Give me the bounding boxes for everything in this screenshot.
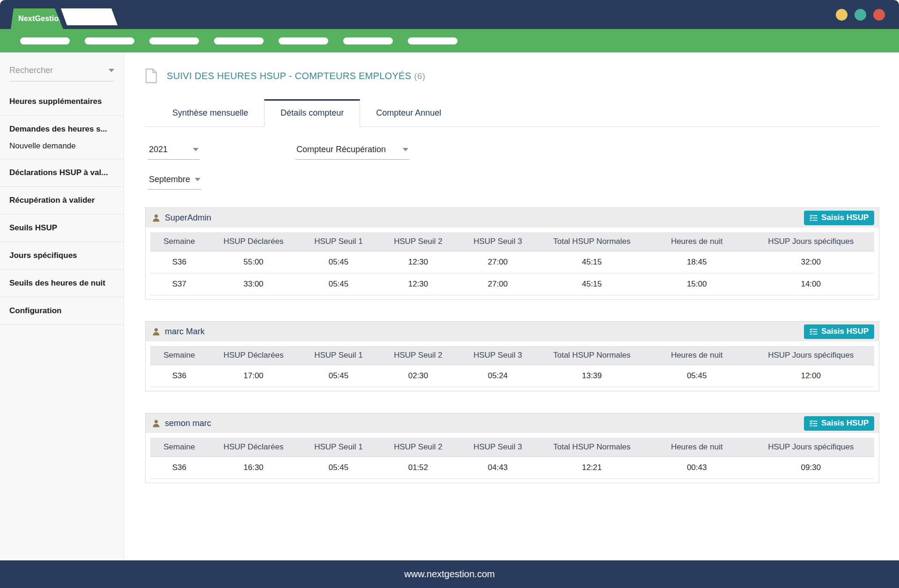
hsup-table: SemaineHSUP DéclaréesHSUP Seuil 1HSUP Se…	[150, 438, 874, 479]
column-header-hsup-seuil-3: HSUP Seuil 3	[458, 232, 538, 251]
teal-window-dot[interactable]	[855, 9, 866, 21]
column-header-hsup-jours-specifiques: HSUP Jours spécifiques	[747, 346, 874, 365]
value-cell: 45:15	[538, 251, 646, 273]
footer-url[interactable]: www.nextgestion.com	[404, 569, 494, 580]
sidebar-group: Seuils HSUP	[0, 214, 124, 242]
sidebar-item-declarations-hsup-a-val[interactable]: Déclarations HSUP à val...	[0, 167, 124, 178]
column-header-hsup-jours-specifiques: HSUP Jours spécifiques	[747, 438, 874, 457]
employee-name: marc Mark	[165, 327, 205, 337]
sidebar-group: Configuration	[0, 297, 124, 325]
tab-compteur-annuel[interactable]: Compteur Annuel	[360, 99, 457, 126]
week-cell: S36	[150, 365, 208, 387]
year-select[interactable]: 2021	[148, 145, 199, 160]
table-row: S3616:3005:4501:5204:4312:2100:4309:30	[150, 457, 874, 479]
employee-panel: SuperAdminSaisis HSUPSemaineHSUP Déclaré…	[145, 207, 879, 300]
tab-details-compteur[interactable]: Détails compteur	[264, 99, 360, 127]
saisis-hsup-button-label: Saisis HSUP	[821, 327, 869, 336]
counter-type-select[interactable]: Compteur Récupération	[295, 145, 409, 160]
sidebar-menu: Heures supplémentairesDemandes des heure…	[0, 88, 124, 325]
sidebar-group: Demandes des heures s...Nouvelle demande	[0, 116, 124, 159]
week-cell: S36	[150, 457, 208, 479]
checklist-icon	[810, 328, 818, 335]
value-cell: 09:30	[747, 457, 874, 479]
top-header-bar: NextGestion	[0, 0, 899, 29]
saisis-hsup-button[interactable]: Saisis HSUP	[804, 416, 874, 431]
value-cell: 01:52	[378, 457, 458, 479]
column-header-hsup-seuil-2: HSUP Seuil 2	[378, 232, 458, 251]
employee-panel-header: semon marcSaisis HSUP	[146, 413, 879, 433]
sidebar-group: Récupération à valider	[0, 187, 124, 214]
table-header-row: SemaineHSUP DéclaréesHSUP Seuil 1HSUP Se…	[150, 346, 874, 365]
hsup-table: SemaineHSUP DéclaréesHSUP Seuil 1HSUP Se…	[150, 232, 874, 295]
nav-pill[interactable]	[85, 37, 134, 44]
brand-logo-text: NextGestion	[11, 15, 63, 23]
footer-bar: www.nextgestion.com	[0, 560, 899, 588]
brand-tab[interactable]: NextGestion	[11, 8, 63, 29]
sidebar-item-heures-supplementaires[interactable]: Heures supplémentaires	[0, 96, 124, 107]
sidebar-item-jours-specifiques[interactable]: Jours spécifiques	[0, 250, 124, 261]
app-window: NextGestion Rechercher Heures supplément…	[0, 0, 899, 588]
person-icon	[152, 214, 160, 222]
table-row: S3733:0005:4512:3027:0045:1515:0014:00	[150, 273, 874, 295]
value-cell: 14:00	[747, 273, 874, 295]
year-select-value: 2021	[149, 145, 168, 154]
value-cell: 02:30	[378, 365, 458, 387]
checklist-icon	[810, 420, 818, 427]
nav-pill[interactable]	[214, 37, 264, 44]
value-cell: 04:43	[458, 457, 538, 479]
value-cell: 05:45	[299, 251, 378, 273]
value-cell: 55:00	[208, 251, 299, 273]
value-cell: 05:45	[299, 273, 378, 295]
nav-pill[interactable]	[20, 37, 70, 44]
traffic-lights	[836, 0, 885, 29]
tab-synthese-mensuelle[interactable]: Synthèse mensuelle	[156, 99, 264, 126]
chevron-down-icon	[109, 69, 114, 72]
column-header-total-hsup-normales: Total HSUP Normales	[538, 438, 646, 457]
table-header-row: SemaineHSUP DéclaréesHSUP Seuil 1HSUP Se…	[150, 232, 874, 251]
month-select[interactable]: Septembre	[148, 175, 201, 190]
page-title: SUIVI DES HEURES HSUP - COMPTEURS EMPLOY…	[167, 71, 425, 81]
column-header-hsup-declarees: HSUP Déclarées	[208, 232, 299, 251]
body-row: Rechercher Heures supplémentairesDemande…	[0, 52, 899, 560]
document-icon	[145, 68, 157, 83]
column-header-hsup-seuil-1: HSUP Seuil 1	[299, 232, 378, 251]
nav-pill[interactable]	[408, 37, 457, 44]
nav-pill[interactable]	[279, 37, 328, 44]
column-header-total-hsup-normales: Total HSUP Normales	[538, 232, 646, 251]
value-cell: 18:45	[646, 251, 747, 273]
nav-pill[interactable]	[149, 37, 199, 44]
nav-pill[interactable]	[343, 37, 393, 44]
employee-panel: semon marcSaisis HSUPSemaineHSUP Déclaré…	[145, 413, 879, 483]
sidebar: Rechercher Heures supplémentairesDemande…	[0, 52, 124, 560]
search-input[interactable]: Rechercher	[9, 66, 114, 81]
red-window-dot[interactable]	[873, 9, 885, 21]
sidebar-item-recuperation-a-valider[interactable]: Récupération à valider	[0, 195, 124, 206]
column-header-hsup-seuil-3: HSUP Seuil 3	[458, 346, 538, 365]
column-header-hsup-seuil-2: HSUP Seuil 2	[378, 438, 458, 457]
value-cell: 05:45	[299, 365, 378, 387]
column-header-semaine: Semaine	[150, 346, 208, 365]
yellow-window-dot[interactable]	[836, 9, 847, 21]
saisis-hsup-button-label: Saisis HSUP	[821, 419, 869, 428]
value-cell: 12:00	[747, 365, 874, 387]
filters-row: 2021 Compteur Récupération Septembre	[145, 145, 879, 207]
saisis-hsup-button[interactable]: Saisis HSUP	[804, 211, 874, 225]
sidebar-item-seuils-des-heures-de-nuit[interactable]: Seuils des heures de nuit	[0, 278, 124, 289]
sidebar-group: Heures supplémentaires	[0, 88, 124, 116]
sidebar-subitem-nouvelle-demande[interactable]: Nouvelle demande	[0, 135, 124, 151]
week-cell: S37	[150, 273, 208, 295]
main-content: SUIVI DES HEURES HSUP - COMPTEURS EMPLOY…	[124, 52, 899, 560]
value-cell: 27:00	[458, 273, 538, 295]
sidebar-item-seuils-hsup[interactable]: Seuils HSUP	[0, 222, 124, 234]
month-select-value: Septembre	[149, 175, 190, 184]
sidebar-group: Seuils des heures de nuit	[0, 270, 124, 297]
column-header-hsup-declarees: HSUP Déclarées	[208, 346, 299, 365]
chevron-down-icon	[193, 148, 199, 151]
value-cell: 00:43	[646, 457, 747, 479]
sidebar-item-configuration[interactable]: Configuration	[0, 305, 124, 316]
saisis-hsup-button[interactable]: Saisis HSUP	[804, 324, 874, 339]
sidebar-item-demandes-des-heures-s[interactable]: Demandes des heures s...	[0, 124, 124, 135]
table-row: S3617:0005:4502:3005:2413:3905:4512:00	[150, 365, 874, 387]
column-header-heures-de-nuit: Heures de nuit	[646, 232, 747, 251]
employee-panel-header: marc MarkSaisis HSUP	[146, 322, 879, 341]
